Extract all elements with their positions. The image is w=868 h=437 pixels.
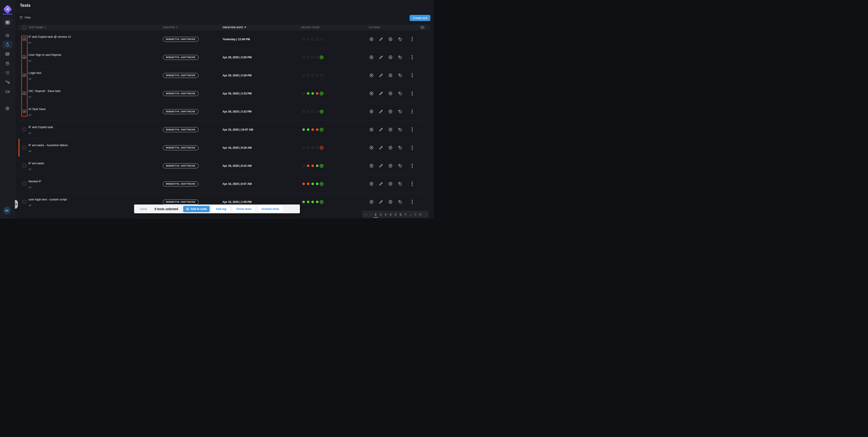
- edit-test-button[interactable]: [376, 71, 385, 80]
- more-actions-button[interactable]: [407, 197, 417, 207]
- row-checkbox[interactable]: [23, 146, 26, 149]
- run-test-button[interactable]: [367, 125, 376, 134]
- clear-selection-button[interactable]: Clear: [140, 207, 147, 211]
- more-actions-button[interactable]: [407, 107, 417, 116]
- first-page-button[interactable]: [364, 211, 368, 218]
- filter-button[interactable]: Filter: [18, 14, 33, 21]
- test-name[interactable]: IF and Copilot task: [29, 125, 155, 129]
- archive-tests-button[interactable]: Archive tests: [257, 206, 283, 212]
- checklist-icon[interactable]: [5, 70, 10, 75]
- table-grid-icon[interactable]: [5, 52, 10, 57]
- edit-test-button[interactable]: [376, 197, 385, 207]
- tag-test-button[interactable]: [395, 71, 405, 80]
- more-actions-button[interactable]: [407, 125, 417, 134]
- home-icon[interactable]: [5, 33, 10, 38]
- run-test-button[interactable]: [367, 179, 376, 189]
- page-number-button[interactable]: 4: [388, 211, 393, 218]
- page-number-button[interactable]: 6: [398, 211, 403, 218]
- run-test-button[interactable]: [367, 71, 376, 80]
- settings-gear-icon[interactable]: [5, 106, 10, 111]
- more-actions-button[interactable]: [407, 71, 417, 80]
- test-name[interactable]: Login test: [29, 71, 155, 74]
- add-to-suite-icon-button[interactable]: [385, 107, 395, 116]
- edit-test-button[interactable]: [376, 143, 385, 153]
- more-actions-button[interactable]: [407, 161, 417, 171]
- test-tubes-icon[interactable]: [5, 61, 10, 66]
- page-number-button[interactable]: 5: [393, 211, 398, 218]
- run-test-button[interactable]: [367, 53, 376, 62]
- row-checkbox[interactable]: [23, 200, 26, 203]
- column-settings-icon[interactable]: [421, 26, 424, 29]
- app-logo[interactable]: AI: [3, 5, 12, 14]
- run-test-button[interactable]: [367, 161, 376, 171]
- tag-test-button[interactable]: [395, 197, 405, 207]
- add-to-suite-icon-button[interactable]: [385, 71, 395, 80]
- tag-test-button[interactable]: [395, 125, 405, 134]
- create-test-button[interactable]: Create test: [410, 15, 430, 21]
- edit-test-button[interactable]: [376, 179, 385, 189]
- tag-test-button[interactable]: [395, 35, 405, 44]
- edit-test-button[interactable]: [376, 161, 385, 171]
- more-actions-button[interactable]: [407, 143, 417, 153]
- edit-test-button[interactable]: [376, 35, 385, 44]
- previous-page-button[interactable]: [368, 211, 373, 218]
- test-name[interactable]: user login text - custom script: [29, 198, 155, 201]
- column-header-test-name[interactable]: TEST NAME: [29, 25, 46, 30]
- row-checkbox[interactable]: [23, 182, 26, 185]
- next-page-button[interactable]: [413, 211, 418, 218]
- edit-test-button[interactable]: [376, 53, 385, 62]
- test-name[interactable]: AIC: Deposit - Save task: [29, 89, 155, 93]
- add-to-suite-icon-button[interactable]: [385, 53, 395, 62]
- test-name[interactable]: Nested IF: [29, 180, 155, 183]
- run-test-button[interactable]: [367, 35, 376, 44]
- test-name[interactable]: IF w/o tasks: [29, 162, 155, 165]
- row-checkbox[interactable]: [23, 37, 26, 41]
- add-tag-button[interactable]: Add tag: [212, 206, 230, 212]
- page-number-button[interactable]: 1: [373, 211, 378, 218]
- page-number-button[interactable]: 2: [378, 211, 383, 218]
- tag-test-button[interactable]: [395, 143, 405, 153]
- workspace-switcher[interactable]: D: [3, 18, 12, 27]
- page-number-button[interactable]: 7: [403, 211, 408, 218]
- run-test-button[interactable]: [367, 143, 376, 153]
- page-number-button[interactable]: 3: [383, 211, 388, 218]
- row-checkbox[interactable]: [23, 110, 26, 113]
- edit-test-button[interactable]: [376, 89, 385, 98]
- tests-flask-icon[interactable]: [5, 42, 10, 47]
- row-checkbox[interactable]: [23, 55, 26, 59]
- tag-test-button[interactable]: [395, 179, 405, 189]
- run-test-button[interactable]: [367, 197, 376, 207]
- test-name[interactable]: AI Task Save: [29, 107, 155, 111]
- more-actions-button[interactable]: [407, 179, 417, 189]
- add-to-suite-icon-button[interactable]: [385, 161, 395, 171]
- run-test-button[interactable]: [367, 89, 376, 98]
- test-name[interactable]: IF and Copilot task @ version v2: [29, 35, 155, 38]
- add-to-suite-icon-button[interactable]: [385, 143, 395, 153]
- tag-test-button[interactable]: [395, 53, 405, 62]
- row-checkbox[interactable]: [23, 164, 26, 167]
- tag-test-button[interactable]: [395, 89, 405, 98]
- add-to-suite-icon-button[interactable]: [385, 35, 395, 44]
- row-checkbox[interactable]: [23, 92, 26, 95]
- row-checkbox[interactable]: [23, 128, 26, 131]
- select-all-checkbox[interactable]: [23, 26, 26, 29]
- add-to-suite-button[interactable]: Add to suite: [183, 206, 210, 212]
- add-to-suite-icon-button[interactable]: [385, 197, 395, 207]
- last-page-button[interactable]: [418, 211, 423, 218]
- tag-test-button[interactable]: [395, 107, 405, 116]
- user-avatar[interactable]: DC: [3, 207, 11, 214]
- more-actions-button[interactable]: [407, 35, 417, 44]
- clone-tests-button[interactable]: Clone tests: [232, 206, 255, 212]
- more-actions-button[interactable]: [407, 89, 417, 98]
- edit-test-button[interactable]: [376, 125, 385, 134]
- video-camera-icon[interactable]: [5, 89, 10, 94]
- tag-test-button[interactable]: [395, 161, 405, 171]
- column-header-creation-date[interactable]: CREATION DATE: [222, 25, 246, 30]
- add-to-suite-icon-button[interactable]: [385, 125, 395, 134]
- workflow-tree-icon[interactable]: [5, 80, 10, 85]
- add-to-suite-icon-button[interactable]: [385, 179, 395, 189]
- more-actions-button[interactable]: [407, 53, 417, 62]
- add-to-suite-icon-button[interactable]: [385, 89, 395, 98]
- run-test-button[interactable]: [367, 107, 376, 116]
- test-name[interactable]: User Sign In and Deposit: [29, 53, 155, 57]
